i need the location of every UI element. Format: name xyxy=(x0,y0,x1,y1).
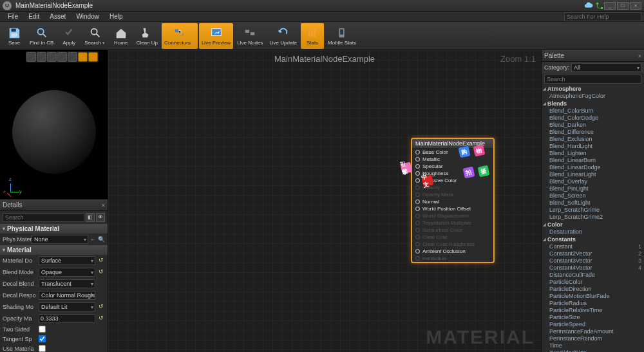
toolbar-live-nodes-button[interactable]: Live Nodes xyxy=(234,23,265,49)
palette-category-dropdown[interactable]: All xyxy=(571,63,641,72)
pin-socket-icon[interactable] xyxy=(415,228,420,232)
menu-asset[interactable]: Asset xyxy=(44,13,71,20)
palette-category-atmosphere[interactable]: Atmosphere xyxy=(542,85,644,93)
reset-icon[interactable]: ↺ xyxy=(97,303,105,311)
palette-category-constants[interactable]: Constants xyxy=(542,236,644,243)
palette-item[interactable]: TwoSidedSign xyxy=(542,349,644,352)
pin-world-displacement[interactable]: World Displacement xyxy=(412,212,493,219)
palette-item[interactable]: Blend_LinearDodge xyxy=(542,164,644,171)
palette-item[interactable]: Lerp_ScratchGrime xyxy=(542,207,644,214)
section-material[interactable]: Material xyxy=(0,245,108,255)
toolbar-mobile-stats-button[interactable]: Mobile Stats xyxy=(325,23,359,49)
palette-item[interactable]: ParticleSize xyxy=(542,314,644,321)
pin-metallic[interactable]: Metallic xyxy=(412,156,493,163)
palette-item[interactable]: ParticleSpeed xyxy=(542,321,644,328)
palette-category-blends[interactable]: Blends xyxy=(542,100,644,107)
dropdown[interactable]: Color Normal Roughness xyxy=(39,291,95,300)
pin-clear-coat[interactable]: Clear Coat xyxy=(412,234,493,241)
reset-icon[interactable]: ↺ xyxy=(97,257,105,264)
source-control-icon[interactable] xyxy=(595,1,604,10)
palette-item[interactable]: ParticleRadius xyxy=(542,300,644,307)
palette-item[interactable]: Blend_Lighten xyxy=(542,150,644,157)
pin-refraction[interactable]: Refraction xyxy=(412,255,493,262)
pin-normal[interactable]: Normal xyxy=(412,198,493,205)
pin-socket-icon[interactable] xyxy=(415,185,420,190)
toolbar-stats-button[interactable]: Stats xyxy=(301,23,324,49)
palette-search-input[interactable] xyxy=(544,75,641,84)
pin-socket-icon[interactable] xyxy=(415,150,420,154)
pin-socket-icon[interactable] xyxy=(415,199,420,204)
pin-socket-icon[interactable] xyxy=(415,207,420,211)
palette-item[interactable]: Constant1 xyxy=(542,243,644,250)
toolbar-search-button[interactable]: Search▼ xyxy=(82,23,108,49)
search-help-input[interactable] xyxy=(564,12,641,21)
palette-item[interactable]: Desaturation xyxy=(542,228,644,236)
pin-socket-icon[interactable] xyxy=(415,235,420,239)
pin-socket-icon[interactable] xyxy=(415,178,420,183)
palette-item[interactable]: Constant3Vector3 xyxy=(542,257,644,264)
use-icon[interactable]: 🔍 xyxy=(98,236,105,243)
palette-item[interactable]: Blend_ColorBurn xyxy=(542,107,644,115)
palette-item[interactable]: Blend_LinearBurn xyxy=(542,157,644,164)
palette-item[interactable]: PerInstanceRandom xyxy=(542,335,644,342)
preview-viewport[interactable] xyxy=(0,50,108,199)
dropdown[interactable]: Default Lit xyxy=(39,302,95,311)
palette-item[interactable]: Lerp_ScratchGrime2 xyxy=(542,214,644,221)
close-button[interactable]: × xyxy=(630,2,641,10)
palette-category-color[interactable]: Color xyxy=(542,221,644,228)
details-search-input[interactable] xyxy=(3,213,84,222)
text-input[interactable] xyxy=(39,314,95,323)
pin-subsurface-color[interactable]: Subsurface Color xyxy=(412,227,493,234)
palette-item[interactable]: Blend_Darken xyxy=(542,122,644,129)
pin-tessellation-multiplier[interactable]: Tessellation Multiplier xyxy=(412,219,493,227)
palette-item[interactable]: Blend_Screen xyxy=(542,192,644,199)
pin-socket-icon[interactable] xyxy=(415,249,420,254)
palette-item[interactable]: Blend_Exclusion xyxy=(542,136,644,143)
palette-item[interactable]: Blend_LinearLight xyxy=(542,171,644,178)
palette-item[interactable]: Blend_Overlay xyxy=(542,178,644,185)
dropdown[interactable]: Translucent xyxy=(39,279,95,288)
palette-close-icon[interactable]: × xyxy=(638,53,641,59)
palette-item[interactable]: Constant2Vector2 xyxy=(542,250,644,257)
details-close-icon[interactable]: × xyxy=(102,202,105,208)
palette-item[interactable]: Blend_SoftLight xyxy=(542,199,644,207)
palette-item[interactable]: Time xyxy=(542,342,644,349)
dropdown[interactable]: Opaque xyxy=(39,268,95,277)
palette-item[interactable]: ParticleMotionBlurFade xyxy=(542,293,644,300)
details-filter-icon[interactable]: ◧ xyxy=(86,213,95,222)
reset-icon[interactable]: ↺ xyxy=(97,315,105,322)
toolbar-apply-button[interactable]: Apply xyxy=(57,23,80,49)
palette-item[interactable]: DistanceCullFade xyxy=(542,272,644,279)
pv-cylinder-icon[interactable] xyxy=(26,52,36,62)
menu-help[interactable]: Help xyxy=(104,13,128,20)
minimize-button[interactable]: _ xyxy=(604,2,616,10)
toolbar-home-button[interactable]: Home xyxy=(109,23,133,49)
toolbar-clean-up-button[interactable]: Clean Up xyxy=(134,23,160,49)
material-graph[interactable]: MainMaterialNodeExample Zoom 1:1 MATERIA… xyxy=(108,50,541,352)
menu-edit[interactable]: Edit xyxy=(23,13,44,20)
reset-icon[interactable]: ↺ xyxy=(97,268,105,276)
pv-mesh-icon[interactable] xyxy=(68,52,77,62)
menu-file[interactable]: File xyxy=(3,13,23,20)
section-physical-material[interactable]: Physical Material xyxy=(0,224,108,234)
pin-socket-icon[interactable] xyxy=(415,256,420,261)
toolbar-find-in-cb-button[interactable]: Find in CB xyxy=(27,23,56,49)
palette-list[interactable]: AtmosphereAtmosphericFogColorBlendsBlend… xyxy=(542,85,644,352)
pin-socket-icon[interactable] xyxy=(415,242,420,246)
checkbox[interactable] xyxy=(39,345,46,352)
menu-window[interactable]: Window xyxy=(71,13,104,20)
pv-grid-icon[interactable] xyxy=(88,52,98,62)
pin-socket-icon[interactable] xyxy=(415,171,420,176)
checkbox[interactable] xyxy=(39,326,46,333)
toolbar-connectors-button[interactable]: Connectors▼ xyxy=(162,23,198,49)
palette-item[interactable]: PerInstanceFadeAmount xyxy=(542,328,644,335)
pin-ambient-occlusion[interactable]: Ambient Occlusion xyxy=(412,248,493,255)
pin-socket-icon[interactable] xyxy=(415,221,420,225)
palette-item[interactable]: Blend_Difference xyxy=(542,129,644,136)
pin-opacity-mask[interactable]: Opacity Mask xyxy=(412,191,493,198)
palette-item[interactable]: Blend_PinLight xyxy=(542,185,644,192)
dropdown[interactable]: None xyxy=(32,235,88,244)
palette-item[interactable]: AtmosphericFogColor xyxy=(542,93,644,100)
dropdown[interactable]: Surface xyxy=(39,256,95,265)
palette-item[interactable]: Blend_ColorDodge xyxy=(542,115,644,122)
